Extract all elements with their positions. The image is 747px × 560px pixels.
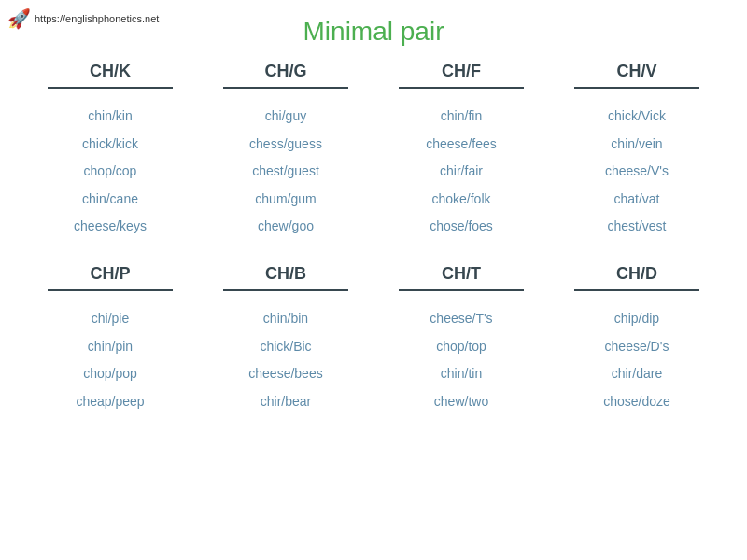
sections-grid: CH/Kchin/kinchick/kickchop/copchin/canec… [0,62,747,439]
pair-item: chess/guess [207,135,364,154]
pair-item: cheese/T's [383,310,540,329]
pair-item: chose/doze [558,393,715,412]
section-header-ch-p: CH/P [48,264,173,291]
pair-item: chop/top [383,338,540,357]
section-header-ch-t: CH/T [399,264,524,291]
section-header-ch-b: CH/B [223,264,348,291]
pair-item: chew/goo [207,217,364,236]
pair-item: chin/cane [32,190,189,209]
pair-item: chin/tin [383,365,540,384]
pair-item: chose/foes [383,217,540,236]
pair-item: chir/fair [383,162,540,181]
pair-item: chin/vein [558,135,715,154]
pair-item: chip/dip [558,310,715,329]
pair-item: chin/kin [32,107,189,126]
section-ch-f: CH/Fchin/fincheese/feeschir/fairchoke/fo… [374,62,549,264]
pair-item: chi/pie [32,310,189,329]
section-header-ch-g: CH/G [223,62,348,89]
pair-item: chin/pin [32,338,189,357]
pair-item: chest/vest [558,217,715,236]
section-ch-b: CH/Bchin/binchick/Biccheese/beeschir/bea… [198,264,374,439]
pair-item: choke/folk [383,190,540,209]
section-ch-p: CH/Pchi/piechin/pinchop/popcheap/peep [22,264,198,439]
pair-item: chir/dare [558,365,715,384]
pair-item: cheese/keys [32,217,189,236]
pair-item: chick/kick [32,135,189,154]
pair-item: chum/gum [207,190,364,209]
pair-item: chest/guest [207,162,364,181]
pair-item: cheap/peep [32,393,189,412]
pair-item: chop/pop [32,365,189,384]
pair-item: cheese/V's [558,162,715,181]
section-ch-v: CH/Vchick/Vickchin/veincheese/V'schat/va… [549,62,725,264]
section-ch-t: CH/Tcheese/T'schop/topchin/tinchew/two [374,264,549,439]
logo-text: https://englishphonetics.net [35,13,159,24]
section-header-ch-k: CH/K [48,62,173,89]
pair-item: chir/bear [207,393,364,412]
logo-area: 🚀 https://englishphonetics.net [7,7,159,30]
pair-item: chop/cop [32,162,189,181]
pair-item: chick/Bic [207,338,364,357]
pair-item: chin/bin [207,310,364,329]
pair-item: chat/vat [558,190,715,209]
section-header-ch-v: CH/V [574,62,699,89]
pair-item: chin/fin [383,107,540,126]
pair-item: chew/two [383,393,540,412]
section-header-ch-d: CH/D [574,264,699,291]
section-ch-k: CH/Kchin/kinchick/kickchop/copchin/canec… [22,62,198,264]
pair-item: cheese/D's [558,338,715,357]
section-header-ch-f: CH/F [399,62,524,89]
pair-item: chick/Vick [558,107,715,126]
pair-item: cheese/bees [207,365,364,384]
pair-item: chi/guy [207,107,364,126]
pair-item: cheese/fees [383,135,540,154]
section-ch-d: CH/Dchip/dipcheese/D'schir/darechose/doz… [549,264,725,439]
section-ch-g: CH/Gchi/guychess/guesschest/guestchum/gu… [198,62,374,264]
logo-icon: 🚀 [7,7,31,30]
